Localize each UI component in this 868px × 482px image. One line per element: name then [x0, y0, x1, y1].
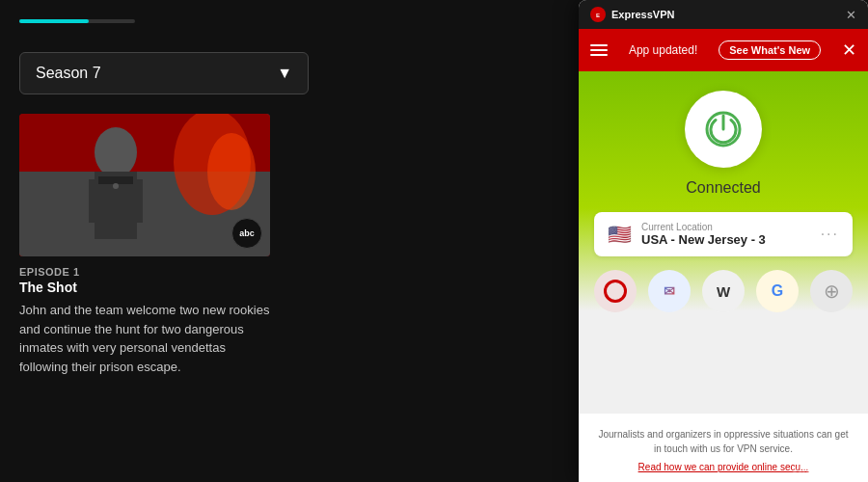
- watermark-text: vpn central: [792, 462, 858, 476]
- connected-status-text: Connected: [686, 179, 760, 197]
- abc-badge: abc: [231, 218, 262, 249]
- svg-text:E: E: [596, 13, 600, 18]
- wikipedia-icon: W: [717, 283, 730, 300]
- google-shortcut[interactable]: G: [756, 270, 799, 312]
- add-icon: ⊕: [824, 280, 840, 303]
- opera-icon: [604, 280, 627, 303]
- expressvpn-logo-icon: E: [590, 7, 606, 22]
- svg-point-2: [95, 127, 137, 177]
- svg-point-9: [207, 133, 256, 210]
- left-panel: Season 7 ▼ abc: [0, 0, 482, 482]
- power-button[interactable]: [685, 91, 762, 168]
- svg-rect-6: [98, 176, 133, 184]
- abc-text: abc: [239, 228, 255, 238]
- opera-shortcut[interactable]: [594, 270, 637, 312]
- add-shortcut-button[interactable]: ⊕: [810, 270, 853, 312]
- gmail-icon: ✉: [664, 283, 675, 299]
- episode-number: EPISODE 1: [19, 266, 463, 278]
- location-left: 🇺🇸 Current Location USA - New Jersey - 3: [608, 222, 766, 247]
- gmail-shortcut[interactable]: ✉: [648, 270, 691, 312]
- vpn-topbar: App updated! See What's New ✕: [579, 29, 868, 71]
- hamburger-line-3: [590, 54, 608, 56]
- season-label: Season 7: [36, 65, 101, 82]
- vpn-main-content: Connected 🇺🇸 Current Location USA - New …: [579, 71, 868, 414]
- hamburger-line-1: [590, 44, 608, 46]
- location-card[interactable]: 🇺🇸 Current Location USA - New Jersey - 3…: [594, 212, 853, 256]
- vpn-window: E ExpressVPN ✕ App updated! See What's N…: [579, 0, 868, 482]
- usa-flag-icon: 🇺🇸: [608, 223, 632, 246]
- vpn-titlebar: E ExpressVPN ✕: [579, 0, 868, 29]
- hamburger-line-2: [590, 49, 608, 51]
- episode-thumbnail: abc: [19, 114, 270, 256]
- vpn-title-text: ExpressVPN: [611, 9, 674, 20]
- power-icon-svg: [704, 110, 743, 148]
- quick-access-bar: ✉ W G ⊕: [594, 270, 853, 312]
- svg-rect-5: [127, 179, 143, 223]
- wikipedia-shortcut[interactable]: W: [702, 270, 745, 312]
- vpn-title-left: E ExpressVPN: [590, 7, 674, 22]
- season-dropdown[interactable]: Season 7 ▼: [19, 52, 309, 94]
- topbar-close-button[interactable]: ✕: [842, 41, 856, 59]
- progress-bar: [19, 19, 135, 23]
- see-whats-new-button[interactable]: See What's New: [719, 40, 821, 60]
- app-updated-text: App updated!: [629, 43, 697, 57]
- current-location-label: Current Location: [641, 222, 766, 232]
- titlebar-close-button[interactable]: ✕: [846, 9, 856, 21]
- location-name: USA - New Jersey - 3: [641, 232, 766, 247]
- svg-point-7: [113, 183, 119, 189]
- svg-rect-4: [89, 179, 104, 223]
- progress-bar-fill: [19, 19, 89, 23]
- vpn-logo-svg: E: [593, 10, 603, 19]
- episode-title: The Shot: [19, 280, 463, 295]
- google-icon: G: [772, 282, 783, 300]
- location-info: Current Location USA - New Jersey - 3: [641, 222, 766, 247]
- chevron-down-icon: ▼: [277, 65, 292, 82]
- vpn-bottom-info-text: Journalists and organizers in oppressive…: [594, 427, 853, 456]
- more-options-icon[interactable]: ···: [821, 226, 839, 243]
- hamburger-menu-icon[interactable]: [590, 44, 608, 56]
- episode-description: John and the team welcome two new rookie…: [19, 301, 270, 376]
